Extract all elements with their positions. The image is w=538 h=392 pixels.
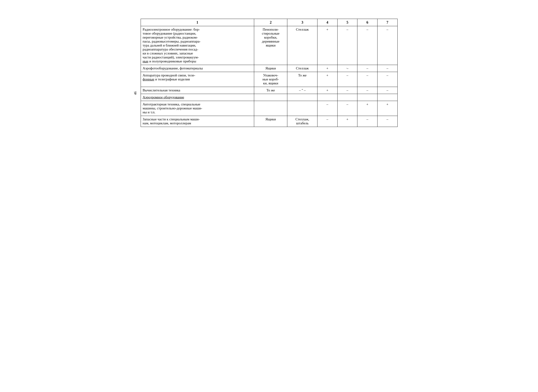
row5-col6: + [357,101,377,116]
row3-col2: То же [254,87,287,94]
table-row: Автотракторная техника, специальные маши… [141,101,397,116]
table-row: Аэродромное оборудование [141,94,397,101]
row6-col1: Запасные части к специальным маши- нам, … [141,116,254,127]
row4-col1: Аэродромное оборудование [141,94,254,101]
row0-col6: – [357,26,377,65]
row6-col7: – [377,116,397,127]
row1-col6: – [357,65,377,72]
header-col2: 2 [254,19,287,26]
header-col1: 1 [141,19,254,26]
row5-col1: Автотракторная техника, специальные маши… [141,101,254,116]
row3-col4: + [317,87,337,94]
row1-col2: Ящики [254,65,287,72]
row6-col4: – [317,116,337,127]
row0-col1: Радиоэлектронное оборудование: бор- тово… [141,26,254,65]
row3-col3: – " – [287,87,317,94]
row3-col6: – [357,87,377,94]
row4-col6 [357,94,377,101]
row0-col3: Стеллаж [287,26,317,65]
row1-col7: – [377,65,397,72]
table-row: Радиоэлектронное оборудование: бор- тово… [141,26,397,65]
aerodrome-label: Аэродромное оборудование [143,95,184,99]
row5-col3 [287,101,317,116]
row6-col6: – [357,116,377,127]
row1-col3: Стеллаж [287,65,317,72]
row6-col5: + [337,116,357,127]
row1-col5: ·- [337,65,357,72]
row2-col6: – [357,72,377,87]
row2-col2: Упаковоч-ные короб-ки, ящики [254,72,287,87]
page-container: 46 1 2 3 4 5 6 7 Радиоэлектронное оборуд… [141,19,398,127]
row4-col3 [287,94,317,101]
row3-col1: Вычислительная техника [141,87,254,94]
header-col6: 6 [357,19,377,26]
table-row: Аппаратура проводной связи, теле- фонные… [141,72,397,87]
row0-col7: – [377,26,397,65]
row4-col7 [377,94,397,101]
row0-col4: + [317,26,337,65]
row1-col1: Аэрофотооборудование, фотоматериалы [141,65,254,72]
row2-col5: – [337,72,357,87]
row2-col7: – [377,72,397,87]
header-col7: 7 [377,19,397,26]
header-col4: 4 [317,19,337,26]
row0-col2: Пенополи-стирольныекоробки,деревянныеящи… [254,26,287,65]
row5-col4: – [317,101,337,116]
row5-col7: + [377,101,397,116]
row2-col1: Аппаратура проводной связи, теле- фонные… [141,72,254,87]
row3-col5: – [337,87,357,94]
table-row: Вычислительная техника То же – " – + – –… [141,87,397,94]
table-row: Аэрофотооборудование, фотоматериалы Ящик… [141,65,397,72]
row4-col4 [317,94,337,101]
row2-col3: То же [287,72,317,87]
main-table: 1 2 3 4 5 6 7 Радиоэлектронное оборудова… [141,19,398,127]
table-row: Запасные части к специальным маши- нам, … [141,116,397,127]
header-col3: 3 [287,19,317,26]
row6-col2: Ящики [254,116,287,127]
row3-col7: – [377,87,397,94]
row5-col5: – [337,101,357,116]
page-number: 46 [133,91,137,95]
row4-col2 [254,94,287,101]
row2-col4: + [317,72,337,87]
row1-col4: + [317,65,337,72]
row6-col3: Стеллаж,штабель [287,116,317,127]
row5-col2 [254,101,287,116]
header-col5: 5 [337,19,357,26]
row4-col5 [337,94,357,101]
row0-col5: – [337,26,357,65]
